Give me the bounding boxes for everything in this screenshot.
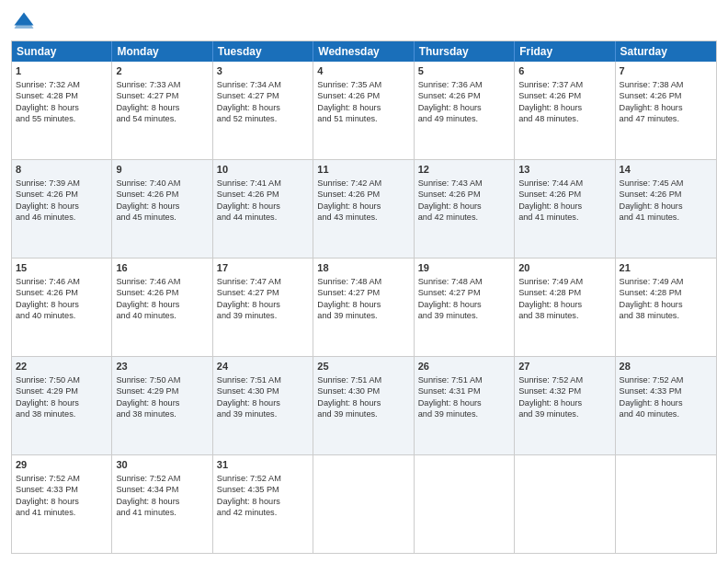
cell-info: Sunrise: 7:35 AMSunset: 4:26 PMDaylight:…: [317, 79, 409, 125]
calendar-cell: 19Sunrise: 7:48 AMSunset: 4:27 PMDayligh…: [415, 259, 515, 356]
calendar-cell: 15Sunrise: 7:46 AMSunset: 4:26 PMDayligh…: [12, 259, 112, 356]
calendar-cell: 24Sunrise: 7:51 AMSunset: 4:30 PMDayligh…: [213, 357, 313, 454]
calendar-cell: 22Sunrise: 7:50 AMSunset: 4:29 PMDayligh…: [12, 357, 112, 454]
day-number: 12: [418, 163, 510, 177]
cell-info: Sunrise: 7:41 AMSunset: 4:26 PMDaylight:…: [217, 178, 309, 224]
calendar-cell: 21Sunrise: 7:49 AMSunset: 4:28 PMDayligh…: [616, 259, 716, 356]
calendar-cell: 28Sunrise: 7:52 AMSunset: 4:33 PMDayligh…: [616, 357, 716, 454]
day-number: 8: [16, 163, 108, 177]
weekday-sunday: Sunday: [12, 41, 112, 62]
cell-info: Sunrise: 7:52 AMSunset: 4:33 PMDaylight:…: [620, 374, 712, 420]
cell-info: Sunrise: 7:38 AMSunset: 4:26 PMDaylight:…: [620, 79, 712, 125]
day-number: 25: [317, 360, 409, 373]
calendar-cell: 11Sunrise: 7:42 AMSunset: 4:26 PMDayligh…: [313, 160, 414, 258]
day-number: 2: [116, 64, 208, 78]
header: [11, 9, 717, 35]
cell-info: Sunrise: 7:52 AMSunset: 4:35 PMDaylight:…: [217, 473, 309, 519]
calendar-cell: 9Sunrise: 7:40 AMSunset: 4:26 PMDaylight…: [112, 160, 212, 258]
cell-info: Sunrise: 7:52 AMSunset: 4:32 PMDaylight:…: [518, 374, 610, 420]
cell-info: Sunrise: 7:33 AMSunset: 4:27 PMDaylight:…: [116, 79, 208, 125]
cell-info: Sunrise: 7:51 AMSunset: 4:30 PMDaylight:…: [217, 374, 309, 420]
calendar-row-4: 29Sunrise: 7:52 AMSunset: 4:33 PMDayligh…: [12, 454, 716, 553]
calendar-cell: 29Sunrise: 7:52 AMSunset: 4:33 PMDayligh…: [12, 455, 112, 553]
day-number: 9: [116, 163, 208, 177]
day-number: 14: [620, 163, 712, 177]
day-number: 1: [16, 64, 108, 78]
calendar-cell: 14Sunrise: 7:45 AMSunset: 4:26 PMDayligh…: [616, 160, 716, 258]
cell-info: Sunrise: 7:48 AMSunset: 4:27 PMDaylight:…: [418, 276, 510, 322]
calendar-cell: 5Sunrise: 7:36 AMSunset: 4:26 PMDaylight…: [415, 62, 515, 159]
cell-info: Sunrise: 7:51 AMSunset: 4:30 PMDaylight:…: [317, 374, 409, 420]
calendar-cell: 1Sunrise: 7:32 AMSunset: 4:28 PMDaylight…: [12, 62, 112, 159]
day-number: 24: [217, 360, 309, 373]
cell-info: Sunrise: 7:47 AMSunset: 4:27 PMDaylight:…: [217, 276, 309, 322]
cell-info: Sunrise: 7:36 AMSunset: 4:26 PMDaylight:…: [418, 79, 510, 125]
calendar-cell: 4Sunrise: 7:35 AMSunset: 4:26 PMDaylight…: [313, 62, 414, 159]
day-number: 31: [217, 458, 309, 472]
day-number: 16: [116, 261, 208, 275]
calendar-cell: 20Sunrise: 7:49 AMSunset: 4:28 PMDayligh…: [515, 259, 615, 356]
cell-info: Sunrise: 7:49 AMSunset: 4:28 PMDaylight:…: [620, 276, 712, 322]
cell-info: Sunrise: 7:43 AMSunset: 4:26 PMDaylight:…: [418, 178, 510, 224]
calendar-cell: 26Sunrise: 7:51 AMSunset: 4:31 PMDayligh…: [415, 357, 515, 454]
calendar-cell: [616, 455, 716, 553]
calendar-cell: 8Sunrise: 7:39 AMSunset: 4:26 PMDaylight…: [12, 160, 112, 258]
cell-info: Sunrise: 7:46 AMSunset: 4:26 PMDaylight:…: [116, 276, 208, 322]
day-number: 21: [620, 261, 712, 275]
calendar-cell: 17Sunrise: 7:47 AMSunset: 4:27 PMDayligh…: [213, 259, 313, 356]
calendar-cell: 16Sunrise: 7:46 AMSunset: 4:26 PMDayligh…: [112, 259, 212, 356]
calendar-header: SundayMondayTuesdayWednesdayThursdayFrid…: [12, 41, 716, 62]
cell-info: Sunrise: 7:45 AMSunset: 4:26 PMDaylight:…: [620, 178, 712, 224]
cell-info: Sunrise: 7:52 AMSunset: 4:33 PMDaylight:…: [16, 473, 108, 519]
cell-info: Sunrise: 7:50 AMSunset: 4:29 PMDaylight:…: [16, 374, 108, 420]
calendar-cell: [313, 455, 414, 553]
cell-info: Sunrise: 7:52 AMSunset: 4:34 PMDaylight:…: [116, 473, 208, 519]
cell-info: Sunrise: 7:42 AMSunset: 4:26 PMDaylight:…: [317, 178, 409, 224]
calendar-cell: 3Sunrise: 7:34 AMSunset: 4:27 PMDaylight…: [213, 62, 313, 159]
calendar-cell: 13Sunrise: 7:44 AMSunset: 4:26 PMDayligh…: [515, 160, 615, 258]
cell-info: Sunrise: 7:51 AMSunset: 4:31 PMDaylight:…: [418, 374, 510, 420]
cell-info: Sunrise: 7:40 AMSunset: 4:26 PMDaylight:…: [116, 178, 208, 224]
cell-info: Sunrise: 7:39 AMSunset: 4:26 PMDaylight:…: [16, 178, 108, 224]
day-number: 5: [418, 64, 510, 78]
day-number: 19: [418, 261, 510, 275]
calendar-body: 1Sunrise: 7:32 AMSunset: 4:28 PMDaylight…: [12, 62, 716, 553]
calendar-row-2: 15Sunrise: 7:46 AMSunset: 4:26 PMDayligh…: [12, 258, 716, 356]
weekday-saturday: Saturday: [616, 41, 716, 62]
cell-info: Sunrise: 7:49 AMSunset: 4:28 PMDaylight:…: [518, 276, 610, 322]
calendar-cell: [515, 455, 615, 553]
calendar-cell: 23Sunrise: 7:50 AMSunset: 4:29 PMDayligh…: [112, 357, 212, 454]
cell-info: Sunrise: 7:48 AMSunset: 4:27 PMDaylight:…: [317, 276, 409, 322]
calendar-cell: [415, 455, 515, 553]
calendar-cell: 25Sunrise: 7:51 AMSunset: 4:30 PMDayligh…: [313, 357, 414, 454]
weekday-monday: Monday: [112, 41, 212, 62]
day-number: 20: [518, 261, 610, 275]
calendar-cell: 27Sunrise: 7:52 AMSunset: 4:32 PMDayligh…: [515, 357, 615, 454]
cell-info: Sunrise: 7:37 AMSunset: 4:26 PMDaylight:…: [518, 79, 610, 125]
calendar-cell: 31Sunrise: 7:52 AMSunset: 4:35 PMDayligh…: [213, 455, 313, 553]
page: SundayMondayTuesdayWednesdayThursdayFrid…: [0, 0, 728, 563]
logo: [11, 9, 39, 35]
day-number: 26: [418, 360, 510, 373]
calendar: SundayMondayTuesdayWednesdayThursdayFrid…: [11, 40, 717, 554]
calendar-cell: 18Sunrise: 7:48 AMSunset: 4:27 PMDayligh…: [313, 259, 414, 356]
calendar-row-3: 22Sunrise: 7:50 AMSunset: 4:29 PMDayligh…: [12, 356, 716, 454]
calendar-cell: 6Sunrise: 7:37 AMSunset: 4:26 PMDaylight…: [515, 62, 615, 159]
weekday-friday: Friday: [515, 41, 615, 62]
day-number: 17: [217, 261, 309, 275]
day-number: 3: [217, 64, 309, 78]
cell-info: Sunrise: 7:44 AMSunset: 4:26 PMDaylight:…: [518, 178, 610, 224]
day-number: 28: [620, 360, 712, 373]
day-number: 18: [317, 261, 409, 275]
weekday-thursday: Thursday: [415, 41, 515, 62]
calendar-row-0: 1Sunrise: 7:32 AMSunset: 4:28 PMDaylight…: [12, 62, 716, 159]
day-number: 23: [116, 360, 208, 373]
cell-info: Sunrise: 7:32 AMSunset: 4:28 PMDaylight:…: [16, 79, 108, 125]
calendar-cell: 2Sunrise: 7:33 AMSunset: 4:27 PMDaylight…: [112, 62, 212, 159]
day-number: 13: [518, 163, 610, 177]
day-number: 10: [217, 163, 309, 177]
day-number: 7: [620, 64, 712, 78]
cell-info: Sunrise: 7:50 AMSunset: 4:29 PMDaylight:…: [116, 374, 208, 420]
calendar-cell: 10Sunrise: 7:41 AMSunset: 4:26 PMDayligh…: [213, 160, 313, 258]
day-number: 11: [317, 163, 409, 177]
